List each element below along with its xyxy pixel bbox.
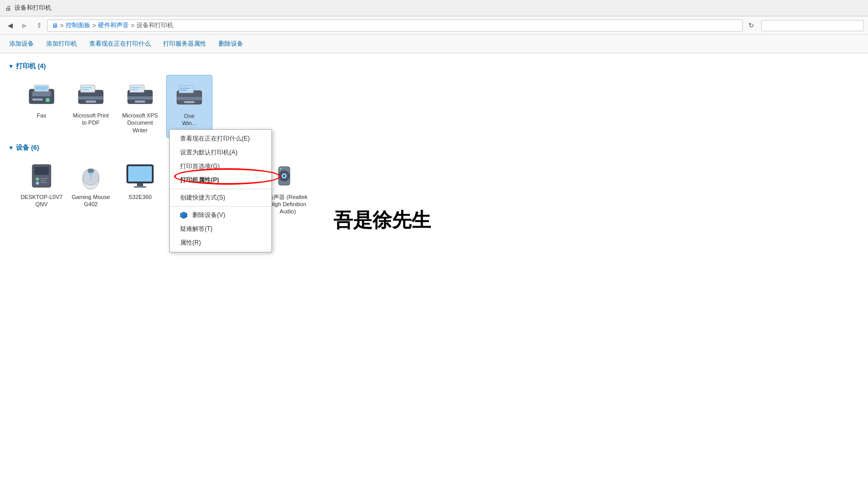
delete-device-button[interactable]: 删除设备	[213, 37, 248, 50]
breadcrumb-sep0: >	[60, 22, 64, 29]
toolbar: 添加设备 添加打印机 查看现在正在打印什么 打印服务器属性 删除设备	[0, 35, 868, 53]
device-label-ms-xps: Microsoft XPSDocumentWriter	[122, 112, 158, 134]
svg-rect-39	[134, 186, 146, 188]
monitor-icon-el	[125, 161, 155, 191]
add-device-button[interactable]: 添加设备	[4, 37, 39, 50]
svg-rect-19	[179, 86, 193, 93]
context-menu-sep2	[170, 206, 271, 207]
devices-section-header[interactable]: ▼ 设备 (6)	[8, 143, 860, 152]
device-item-monitor[interactable]: S32E360	[117, 156, 163, 220]
address-path[interactable]: 🖥 > 控制面板 > 硬件和声音 > 设备和打印机	[47, 19, 743, 32]
title-bar: 🖨 设备和打印机	[0, 0, 868, 16]
svg-point-51	[283, 175, 285, 177]
context-menu-sep1	[170, 189, 271, 189]
see-printing-button[interactable]: 查看现在正在打印什么	[84, 37, 156, 50]
svg-rect-30	[41, 182, 47, 183]
breadcrumb-item3: 设备和打印机	[136, 21, 173, 30]
desktop-icon	[26, 161, 57, 191]
device-label-monitor: S32E360	[128, 193, 151, 201]
context-menu-item-see-printing[interactable]: 查看现在正在打印什么(E)	[170, 132, 271, 146]
svg-rect-13	[130, 85, 144, 92]
device-item-onenote[interactable]: OneWin...	[166, 75, 212, 138]
svg-point-4	[46, 98, 50, 102]
svg-rect-9	[86, 101, 96, 103]
context-menu-item-properties[interactable]: 属性(R)	[170, 236, 271, 250]
svg-rect-1	[32, 91, 51, 96]
svg-rect-35	[88, 169, 94, 173]
context-menu: 查看现在正在打印什么(E) 设置为默认打印机(A) 打印首选项(G) 打印机属性…	[169, 129, 272, 252]
svg-rect-14	[128, 96, 152, 100]
back-button[interactable]: ◀	[4, 19, 16, 32]
context-menu-item-set-default[interactable]: 设置为默认打印机(A)	[170, 146, 271, 160]
device-label-gaming-mouse: Gaming MouseG402	[72, 193, 110, 208]
print-server-props-button[interactable]: 打印服务器属性	[158, 37, 211, 50]
onenote-icon	[174, 79, 205, 110]
speaker-icon-el	[272, 161, 303, 191]
title-bar-title: 设备和打印机	[14, 4, 51, 12]
svg-rect-15	[135, 101, 145, 103]
svg-rect-11	[82, 89, 89, 90]
svg-rect-5	[32, 98, 43, 101]
svg-rect-22	[180, 88, 190, 89]
device-label-speaker: 扬声器 (RealtekHigh DefinitionAudio)	[268, 193, 307, 215]
device-label-onenote: OneWin...	[182, 112, 196, 127]
svg-rect-16	[131, 87, 141, 88]
devices-grid: DESKTOP-L0V7QNV Gaming MouseG402	[18, 156, 860, 220]
device-label-ms-print-pdf: Microsoft Printto PDF	[73, 112, 109, 127]
device-label-desktop: DESKTOP-L0V7QNV	[21, 193, 63, 208]
address-bar: ◀ ▶ ⇧ 🖥 > 控制面板 > 硬件和声音 > 设备和打印机 ↻	[0, 16, 868, 35]
svg-rect-38	[137, 183, 143, 186]
breadcrumb-item1[interactable]: 控制面板	[66, 21, 90, 30]
context-menu-item-print-prefs[interactable]: 打印首选项(G)	[170, 160, 271, 173]
fax-icon	[26, 79, 57, 110]
refresh-button[interactable]: ↻	[745, 19, 757, 32]
svg-point-26	[36, 177, 39, 181]
svg-rect-37	[128, 166, 152, 182]
svg-rect-20	[177, 97, 202, 100]
svg-rect-23	[180, 90, 187, 91]
gaming-mouse-icon	[75, 161, 106, 191]
device-label-fax: Fax	[37, 112, 46, 119]
add-printer-button[interactable]: 添加打印机	[41, 37, 82, 50]
device-item-ms-print-pdf[interactable]: Microsoft Printto PDF	[68, 75, 114, 138]
shield-icon	[180, 212, 187, 219]
up-button[interactable]: ⇧	[33, 19, 45, 32]
svg-rect-8	[78, 96, 103, 100]
printers-section-header[interactable]: ▼ 打印机 (4)	[8, 62, 860, 71]
context-menu-item-delete-device[interactable]: 删除设备(V)	[170, 208, 271, 222]
device-item-fax[interactable]: Fax	[18, 75, 65, 138]
ms-xps-icon	[125, 79, 155, 110]
printers-grid: Fax Microsoft Printto PDF	[18, 75, 860, 138]
svg-rect-29	[41, 180, 46, 181]
svg-rect-21	[184, 101, 194, 103]
main-content: ▼ 打印机 (4) Fax	[0, 53, 868, 230]
printers-arrow-icon: ▼	[8, 63, 14, 69]
svg-rect-25	[34, 167, 49, 175]
devices-section-label: 设备 (6)	[16, 143, 40, 152]
context-menu-item-troubleshoot[interactable]: 疑难解答(T)	[170, 222, 271, 236]
svg-point-52	[280, 168, 282, 170]
context-menu-item-create-shortcut[interactable]: 创建快捷方式(S)	[170, 191, 271, 205]
forward-button[interactable]: ▶	[18, 19, 31, 32]
device-item-gaming-mouse[interactable]: Gaming MouseG402	[68, 156, 114, 220]
svg-point-27	[36, 182, 39, 185]
svg-rect-17	[131, 89, 138, 90]
svg-rect-10	[82, 87, 92, 88]
device-item-ms-xps[interactable]: Microsoft XPSDocumentWriter	[117, 75, 163, 138]
svg-rect-28	[41, 178, 48, 179]
breadcrumb-item2[interactable]: 硬件和声音	[98, 21, 129, 30]
devices-arrow-icon: ▼	[8, 145, 14, 151]
ms-print-pdf-icon	[75, 79, 106, 110]
device-item-desktop[interactable]: DESKTOP-L0V7QNV	[18, 156, 65, 220]
breadcrumb-icon: 🖥	[52, 22, 58, 29]
svg-rect-7	[81, 85, 95, 92]
title-bar-icon: 🖨	[5, 5, 11, 12]
search-box[interactable]	[761, 20, 864, 31]
printers-section-label: 打印机 (4)	[16, 62, 46, 71]
context-menu-item-printer-props[interactable]: 打印机属性(P)	[170, 173, 271, 187]
svg-rect-3	[35, 86, 48, 90]
